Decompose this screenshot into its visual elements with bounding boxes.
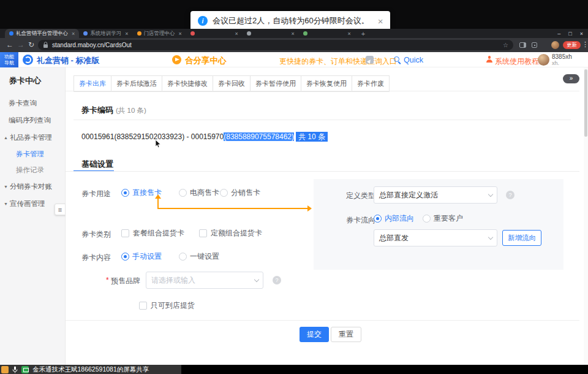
radio-icon — [179, 189, 187, 197]
radio-label: 分销售卡 — [231, 188, 260, 198]
reload-icon[interactable]: ↻ — [28, 40, 34, 49]
checkbox-package-combo-card[interactable]: 套餐组合提货卡 — [121, 228, 184, 239]
presale-brand-select[interactable]: 请选择或输入 — [146, 272, 263, 289]
scrollbar-thumb[interactable] — [584, 69, 587, 137]
panel-collapse-button[interactable]: » — [563, 74, 579, 83]
help-icon[interactable]: ? — [506, 191, 514, 199]
radio-key-customer[interactable]: 重要客户 — [423, 213, 463, 224]
radio-label: 电商售卡 — [190, 188, 219, 198]
reset-button[interactable]: 重置 — [331, 327, 361, 342]
bookmark-star-icon[interactable]: ☆ — [503, 42, 508, 48]
tab-close-icon[interactable]: × — [348, 31, 351, 37]
browser-tab-active[interactable]: 礼盒营销平台管理中心 × — [5, 29, 79, 38]
help-icon[interactable]: ? — [273, 276, 281, 284]
tab-title: 系统培训学习 — [90, 30, 121, 37]
tab-close-icon[interactable]: × — [179, 31, 182, 37]
toast-close-icon[interactable]: × — [378, 16, 383, 26]
radio-icon — [374, 215, 382, 223]
radio-distribution-sale[interactable]: 分销售卡 — [220, 188, 260, 198]
side-panel-icon[interactable] — [519, 42, 526, 48]
browser-tab-5[interactable]: × — [243, 29, 299, 38]
pointer-icon[interactable] — [366, 56, 374, 64]
tab-close-icon[interactable]: × — [125, 31, 128, 37]
tab-close-icon[interactable]: × — [235, 31, 238, 37]
tab-favicon — [9, 31, 13, 36]
tab-card-activate[interactable]: 券卡后续激活 — [111, 75, 162, 92]
sidebar-subitem-card-management[interactable]: 券卡管理 — [0, 146, 65, 162]
submit-button[interactable]: 提交 — [300, 327, 329, 342]
search-icon[interactable] — [394, 56, 399, 62]
tab-close-icon[interactable]: × — [72, 31, 75, 37]
browser-tab-2[interactable]: 系统培训学习 × — [79, 29, 132, 38]
browser-menu-icon[interactable]: ⋮ — [582, 40, 588, 48]
sidebar-item-distribution-reconcile[interactable]: ▼ 分销券卡对账 — [0, 178, 65, 195]
tab-card-resume[interactable]: 券卡恢复使用 — [301, 75, 352, 92]
sidebar: 券卡中心 券卡查询 编码序列查询 ▲ 礼品券卡管理 券卡管理 操作记录 ▼ 分销… — [0, 67, 66, 365]
tab-close-icon[interactable]: × — [292, 31, 295, 37]
new-tab-button[interactable]: + — [355, 29, 371, 38]
tab-basic-settings[interactable]: 基础设置 — [81, 159, 113, 170]
tab-title: 门店管理中心 — [144, 30, 175, 37]
address-bar[interactable]: standard.maboy.cn/CardsOut ☆ — [38, 40, 513, 50]
tab-card-recycle[interactable]: 券卡回收 — [213, 75, 251, 92]
browser-tab-4[interactable]: × — [186, 29, 243, 38]
checkbox-store-pickup-only[interactable]: 只可到店提货 — [139, 300, 195, 311]
definition-type-select[interactable]: 总部直接定义激活 — [374, 186, 497, 204]
function-nav-toggle[interactable]: 功能 导航 — [0, 52, 18, 67]
tutorial-link[interactable]: 系统使用教程 — [495, 56, 539, 67]
radio-internal-flow[interactable]: 内部流向 — [374, 213, 414, 224]
tab-card-void[interactable]: 券卡作废 — [352, 75, 390, 92]
presale-brand-placeholder: 请选择或输入 — [151, 276, 195, 284]
settings-divider — [66, 171, 579, 172]
browser-toolbar: ← → ↻ standard.maboy.cn/CardsOut ☆ 更新 ⋮ — [0, 38, 588, 52]
microphone-icon[interactable] — [12, 366, 18, 373]
sidebar-item-code-sequence-query[interactable]: 编码序列查询 — [0, 112, 65, 129]
sidebar-item-gift-card-management[interactable]: ▲ 礼品券卡管理 — [0, 129, 65, 146]
maximize-button[interactable]: □ — [568, 31, 571, 37]
tab-favicon — [247, 31, 251, 36]
browser-tab-6[interactable]: × — [299, 29, 355, 38]
quick-search-link[interactable]: Quick — [404, 56, 423, 64]
tab-card-suspend[interactable]: 券卡暂停使用 — [250, 75, 301, 92]
radio-one-click-setup[interactable]: 一键设置 — [179, 251, 219, 262]
tab-card-outbound[interactable]: 券卡出库 — [74, 75, 111, 92]
forward-icon[interactable]: → — [17, 40, 24, 49]
share-center-link[interactable]: 合分享中心 — [185, 55, 227, 66]
sidebar-subitem-label: 券卡管理 — [16, 150, 44, 159]
main-content: » 券卡出库 券卡后续激活 券卡快捷修改 券卡回收 券卡暂停使用 券卡恢复使用 … — [66, 67, 588, 365]
minimize-button[interactable]: – — [557, 31, 560, 37]
tutorial-icon — [486, 56, 492, 63]
definition-type-label: 定义类型 — [346, 191, 375, 201]
screen-share-bar: 金禾通技术王斌18662591081的屏幕共享 — [0, 365, 588, 374]
radio-ecommerce-sale[interactable]: 电商售卡 — [179, 188, 219, 198]
tab-favicon — [303, 31, 307, 36]
radio-manual-setup[interactable]: 手动设置 — [121, 251, 162, 262]
card-category-label: 券卡类别 — [81, 229, 111, 240]
sidebar-subitem-label: 操作记录 — [16, 166, 44, 175]
checkbox-icon — [121, 229, 129, 237]
screen-share-icon — [21, 366, 29, 373]
checkbox-label: 套餐组合提货卡 — [133, 228, 184, 239]
browser-update-button[interactable]: 更新 — [563, 41, 581, 49]
checkbox-fixed-combo-card[interactable]: 定额组合提货卡 — [199, 228, 262, 239]
browser-tab-3[interactable]: 门店管理中心 × — [133, 29, 186, 38]
connector-line-vertical — [157, 199, 159, 208]
sidebar-collapse-toggle[interactable]: ≡ — [55, 204, 66, 215]
user-avatar[interactable] — [538, 54, 549, 66]
extensions-icon[interactable] — [532, 42, 537, 48]
scrollbar-track — [584, 67, 588, 365]
sidebar-subitem-operation-log[interactable]: 操作记录 — [0, 162, 65, 178]
radio-label: 一键设置 — [190, 251, 219, 262]
flow-target-select[interactable]: 总部直发 — [374, 229, 497, 246]
promo-link[interactable]: 更快捷的券卡、订单和快递查询入口 — [279, 56, 397, 67]
checkbox-label: 只可到店提货 — [151, 300, 195, 311]
chevron-down-icon — [488, 235, 493, 240]
window-close-button[interactable]: × — [580, 31, 583, 37]
back-icon[interactable]: ← — [6, 40, 13, 49]
flow-target-value: 总部直发 — [379, 234, 409, 242]
add-flow-button[interactable]: 新增流向 — [502, 230, 541, 246]
sidebar-title: 券卡中心 — [0, 67, 65, 94]
browser-profile-avatar[interactable] — [551, 41, 559, 49]
tab-card-quick-edit[interactable]: 券卡快捷修改 — [162, 75, 213, 92]
sidebar-item-card-query[interactable]: 券卡查询 — [0, 94, 65, 112]
